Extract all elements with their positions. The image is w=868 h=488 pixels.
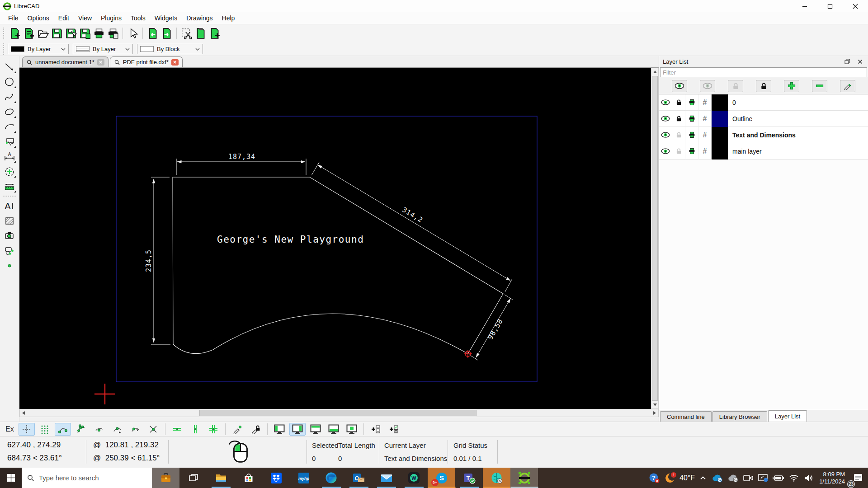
draw-order-bottom-icon[interactable] (326, 423, 342, 436)
wifi-icon[interactable] (788, 474, 799, 482)
undo-icon[interactable] (146, 27, 160, 41)
layer-row-0[interactable]: # 0 (659, 94, 868, 111)
layer-print-icon[interactable] (685, 94, 698, 111)
layer-print-icon[interactable] (685, 127, 698, 143)
hide-all-layers-icon[interactable] (700, 80, 715, 92)
taskbar-search[interactable] (22, 468, 152, 488)
snap-center-icon[interactable] (91, 423, 107, 436)
print-preview-icon[interactable] (106, 27, 120, 41)
dock-tab-layer-list[interactable]: Layer List (768, 410, 807, 422)
layer-print-icon[interactable] (685, 111, 698, 127)
menu-help[interactable]: Help (217, 13, 240, 23)
close-button[interactable] (843, 0, 868, 12)
open-icon[interactable] (36, 27, 50, 41)
layer-lock-icon[interactable] (672, 143, 685, 160)
snap-grid-icon[interactable] (37, 423, 53, 436)
menu-file[interactable]: File (4, 13, 23, 23)
vertical-scrollbar[interactable] (651, 68, 659, 409)
pen-color-combo[interactable]: By Layer (8, 44, 69, 54)
set-relative-zero-icon[interactable] (229, 423, 245, 436)
start-button[interactable] (0, 468, 22, 488)
battery-icon[interactable] (773, 474, 784, 482)
draw-order-left-icon[interactable] (271, 423, 288, 436)
taskbar-mail[interactable] (373, 468, 400, 488)
print-icon[interactable] (92, 27, 106, 41)
taskbar-brain-app[interactable] (483, 468, 510, 488)
snap-distance-icon[interactable] (127, 423, 143, 436)
tab-pdf-print-file[interactable]: PDF print file.dxf* (110, 56, 183, 67)
tool-circle[interactable] (1, 75, 18, 89)
weather-temperature[interactable]: 40°F (679, 474, 695, 482)
horizontal-scroll-thumb[interactable] (199, 410, 476, 416)
layer-color-swatch[interactable] (712, 127, 728, 143)
layer-color-swatch[interactable] (712, 143, 728, 160)
onedrive-personal-icon[interactable] (727, 474, 739, 483)
remove-layer-icon[interactable] (812, 80, 827, 92)
show-all-layers-icon[interactable] (672, 80, 687, 92)
menu-edit[interactable]: Edit (54, 13, 74, 23)
tool-point[interactable] (1, 258, 18, 273)
draw-order-right-icon[interactable] (289, 423, 306, 436)
menu-drawings[interactable]: Drawings (182, 13, 217, 23)
taskbar-edge[interactable] (317, 468, 345, 488)
layer-construction-icon[interactable]: # (698, 111, 712, 127)
layer-lock-icon[interactable] (672, 111, 685, 127)
drawing-canvas[interactable]: 187,34 234,5 314,2 98,58 George's (19, 68, 651, 409)
tool-select[interactable] (1, 134, 18, 149)
draw-order-center-icon[interactable] (344, 423, 360, 436)
weather-moon-icon[interactable]: 1 (664, 472, 675, 484)
pen-width-combo[interactable]: By Layer (73, 44, 133, 54)
close-panel-icon[interactable] (855, 57, 864, 66)
screen-cast-icon[interactable] (758, 474, 769, 483)
taskbar-webex[interactable]: W (400, 468, 428, 488)
close-tab-icon[interactable] (171, 59, 179, 66)
taskbar-myhp[interactable]: myhp (290, 468, 317, 488)
draw-order-top-icon[interactable] (307, 423, 324, 436)
scroll-up-icon[interactable] (651, 68, 658, 75)
dock-tab-command-line[interactable]: Command line (660, 411, 712, 422)
lock-relative-zero-icon[interactable] (247, 423, 264, 436)
layer-visible-icon[interactable] (659, 143, 672, 160)
taskbar-outlook[interactable]: O (345, 468, 373, 488)
restrict-orthogonal-icon[interactable] (205, 423, 222, 436)
add-draw-widget-icon[interactable] (386, 423, 402, 436)
layer-construction-icon[interactable]: # (698, 143, 712, 160)
layer-row-outline[interactable]: # Outline (659, 111, 868, 127)
tool-dimension[interactable]: A (1, 149, 18, 164)
redo-icon[interactable] (160, 27, 174, 41)
snap-endpoints-icon[interactable] (55, 423, 71, 436)
menu-options[interactable]: Options (23, 13, 54, 23)
search-input[interactable] (39, 474, 134, 482)
scroll-down-icon[interactable] (651, 401, 658, 408)
minimize-button[interactable] (792, 0, 817, 12)
menu-view[interactable]: View (74, 13, 96, 23)
layer-construction-icon[interactable]: # (698, 94, 712, 111)
paste-icon[interactable] (193, 27, 208, 41)
save-as-icon[interactable] (64, 27, 78, 41)
close-tab-icon[interactable] (97, 59, 104, 66)
unlock-all-layers-icon[interactable] (728, 80, 743, 92)
taskbar-microsoft-store[interactable] (235, 468, 262, 488)
tool-text[interactable]: A (1, 198, 18, 213)
layer-lock-icon[interactable] (672, 94, 685, 111)
layer-visible-icon[interactable] (659, 127, 672, 143)
restrict-vertical-icon[interactable] (187, 423, 203, 436)
layer-filter-input[interactable] (660, 67, 867, 77)
restrict-horizontal-icon[interactable] (169, 423, 185, 436)
pen-linetype-combo[interactable]: By Block (137, 44, 203, 54)
notification-center-icon[interactable]: 23 (849, 469, 867, 487)
taskbar-clock[interactable]: 8:09 PM 1/11/2024 (819, 471, 845, 485)
menu-tools[interactable]: Tools (126, 13, 150, 23)
taskbar-librecad[interactable] (510, 468, 538, 488)
layer-print-icon[interactable] (685, 143, 698, 160)
layer-visible-icon[interactable] (659, 94, 672, 111)
layer-color-swatch[interactable] (712, 111, 728, 127)
layer-row-main-layer[interactable]: # main layer (659, 143, 868, 160)
onedrive-icon[interactable] (711, 474, 723, 483)
snap-middle-icon[interactable] (109, 423, 125, 436)
new-from-template-icon[interactable] (22, 27, 36, 41)
dock-tab-library-browser[interactable]: Library Browser (712, 411, 767, 422)
layer-lock-icon[interactable] (672, 127, 685, 143)
layer-visible-icon[interactable] (659, 111, 672, 127)
tool-spline[interactable] (1, 89, 18, 104)
